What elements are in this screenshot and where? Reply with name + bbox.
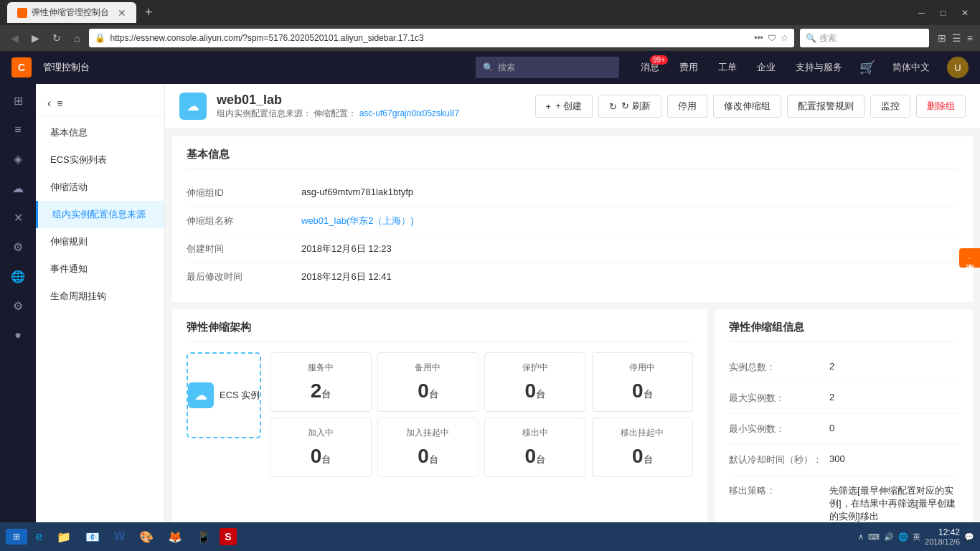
- taskbar-mail[interactable]: 📧: [80, 527, 105, 547]
- search-bar[interactable]: 🔍 搜索: [800, 29, 929, 47]
- status-count-stopped: 0台: [601, 380, 684, 402]
- sidebar-icon-cloud[interactable]: ☁: [9, 179, 27, 198]
- tab-favicon: [17, 8, 27, 18]
- stop-button[interactable]: 停用: [667, 95, 707, 118]
- nav-enterprise[interactable]: 企业: [754, 61, 778, 74]
- network-status-icon[interactable]: 🌐: [898, 532, 908, 542]
- app-logo: C: [11, 57, 32, 77]
- taskbar-ie[interactable]: e: [30, 527, 48, 546]
- taskbar-explorer[interactable]: 📁: [51, 527, 77, 547]
- consult-tab[interactable]: 咨询·建议: [959, 248, 980, 268]
- notification-icon[interactable]: 💬: [964, 532, 974, 542]
- taskbar-paint[interactable]: 🎨: [133, 527, 159, 547]
- sidebar-item-ecs-list[interactable]: ECS实例列表: [36, 146, 164, 174]
- sidebar-icon-settings[interactable]: ⚙: [10, 296, 26, 316]
- nav-ticket[interactable]: 工单: [715, 61, 740, 74]
- taskbar-start-button[interactable]: ⊞: [6, 529, 27, 545]
- nav-message[interactable]: 消息 99+: [638, 61, 662, 74]
- create-button[interactable]: + 创建: [535, 95, 593, 118]
- sidebar-icon-apps[interactable]: ⊞: [11, 91, 26, 110]
- delete-button[interactable]: 删除组: [916, 95, 966, 118]
- sidebar-icon-people[interactable]: ⚙: [10, 237, 26, 257]
- info-value-name: web01_lab(华东2（上海）): [301, 215, 958, 227]
- refresh-button[interactable]: ↻ 刷新: [598, 95, 661, 118]
- message-badge: 99+: [650, 55, 668, 65]
- header-search[interactable]: 🔍 搜索: [476, 57, 619, 78]
- tab-close-button[interactable]: ✕: [118, 7, 126, 19]
- taskbar-right: ∧ ⌨ 🔊 🌐 英 12:42 2018/12/6 💬: [858, 527, 974, 546]
- taskbar-red-app[interactable]: S: [220, 528, 237, 545]
- close-button[interactable]: ✕: [957, 6, 973, 19]
- bookmarks-icon[interactable]: ⊞: [938, 32, 946, 44]
- home-button[interactable]: ⌂: [70, 31, 83, 45]
- browser-tab[interactable]: 弹性伸缩管理控制台 ✕: [7, 2, 136, 23]
- nav-billing[interactable]: 费用: [677, 61, 701, 74]
- keyboard-icon: ⌨: [868, 532, 880, 542]
- header-search-icon: 🔍: [483, 62, 494, 72]
- new-tab-button[interactable]: +: [145, 5, 153, 20]
- more-icon[interactable]: •••: [754, 33, 763, 43]
- nav-language[interactable]: 简体中文: [890, 61, 933, 74]
- sidebar-item-instance-config[interactable]: 组内实例配置信息来源: [36, 201, 164, 228]
- sidebar-icon-globe[interactable]: 🌐: [8, 267, 28, 286]
- arrow-up-icon[interactable]: ∧: [858, 532, 864, 542]
- sidebar-icon[interactable]: ☰: [952, 32, 961, 44]
- status-card-remove-pending: 移出挂起中 0台: [592, 418, 693, 477]
- forward-button[interactable]: ▶: [28, 31, 43, 45]
- maximize-button[interactable]: □: [936, 6, 950, 19]
- monitor-button[interactable]: 监控: [870, 95, 910, 118]
- ecs-icon: ☁: [188, 382, 214, 408]
- info-value-id: asg-uf69mtvm781lak1btyfp: [301, 187, 958, 199]
- folder-icon: 📁: [57, 530, 71, 544]
- cart-icon[interactable]: 🛒: [859, 60, 875, 75]
- reload-button[interactable]: ↻: [49, 31, 65, 45]
- basic-info-section: 基本信息 伸缩组ID asg-uf69mtvm781lak1btyfp 伸缩组名…: [172, 136, 973, 302]
- info-value-created: 2018年12月6日 12:23: [301, 242, 958, 255]
- taskbar-firefox[interactable]: 🦊: [162, 527, 188, 547]
- sidebar-item-basic-info[interactable]: 基本信息: [36, 119, 164, 146]
- back-button[interactable]: ◀: [7, 31, 22, 45]
- group-name-link[interactable]: web01_lab(华东2（上海）): [301, 215, 414, 226]
- avatar[interactable]: U: [947, 57, 969, 78]
- address-bar-row: ◀ ▶ ↻ ⌂ 🔒 https://essnew.console.aliyun.…: [0, 25, 980, 51]
- info-label-created: 创建时间: [187, 242, 301, 255]
- search-icon: 🔍: [806, 33, 816, 43]
- status-count-join-pending: 0台: [387, 445, 469, 468]
- status-grid-top: 服务中 2台 备用中 0台: [270, 352, 693, 412]
- minimize-button[interactable]: ─: [914, 6, 929, 19]
- nav-support[interactable]: 支持与服务: [793, 61, 845, 74]
- sidebar-item-event-notify[interactable]: 事件通知: [36, 255, 164, 283]
- app-header: C 管理控制台 🔍 搜索 消息 99+ 费用 工单 企业 支持与服务 🛒 简体中…: [0, 51, 980, 84]
- lang-indicator[interactable]: 英: [913, 532, 920, 542]
- sidebar-icon-network[interactable]: ◈: [11, 149, 25, 169]
- taskbar-app[interactable]: 📱: [191, 527, 217, 547]
- arch-title: 弹性伸缩架构: [187, 321, 693, 342]
- status-card-serving: 服务中 2台: [270, 352, 371, 412]
- config-alert-button[interactable]: 配置报警规则: [787, 95, 864, 118]
- sidebar-item-scaling-rule[interactable]: 伸缩规则: [36, 228, 164, 255]
- info-row-created: 创建时间 2018年12月6日 12:23: [187, 235, 958, 263]
- modify-button[interactable]: 修改伸缩组: [713, 95, 781, 118]
- sidebar-icon-menu[interactable]: ≡: [11, 121, 24, 139]
- group-info-label-total: 实例总数：: [729, 361, 829, 374]
- nav-sidebar: ‹ ≡ 基本信息 ECS实例列表 伸缩活动 组内实例配置信息来源 伸缩规则 事件…: [36, 84, 165, 522]
- nav-sidebar-header: ‹ ≡: [36, 91, 164, 116]
- info-label-id: 伸缩组ID: [187, 187, 301, 199]
- star-icon[interactable]: ☆: [781, 33, 788, 43]
- taskbar-word[interactable]: W: [108, 527, 131, 546]
- status-card-standby: 备用中 0台: [377, 352, 479, 412]
- icon-sidebar: ⊞ ≡ ◈ ☁ ✕ ⚙ 🌐 ⚙ ●: [0, 84, 36, 522]
- group-info-value-min: 0: [829, 423, 958, 435]
- nav-back-button[interactable]: ‹: [47, 97, 51, 110]
- sound-icon[interactable]: 🔊: [884, 532, 894, 542]
- main-layout: ⊞ ≡ ◈ ☁ ✕ ⚙ 🌐 ⚙ ● ‹ ≡ 基本信息 ECS实例列表 伸缩活动 …: [0, 84, 980, 522]
- address-bar[interactable]: 🔒 https://essnew.console.aliyun.com/?spm…: [89, 29, 793, 47]
- sidebar-item-lifecycle-hook[interactable]: 生命周期挂钩: [36, 283, 164, 310]
- sidebar-icon-circle[interactable]: ●: [11, 326, 24, 344]
- sidebar-icon-cross[interactable]: ✕: [11, 208, 26, 227]
- nav-collapse-icon[interactable]: ≡: [57, 98, 62, 109]
- menu-icon[interactable]: ≡: [967, 32, 973, 44]
- scaling-config-link[interactable]: asc-uf67grajn0ix05zsku87: [359, 108, 459, 118]
- status-card-removing: 移出中 0台: [484, 418, 585, 477]
- sidebar-item-scaling-activity[interactable]: 伸缩活动: [36, 174, 164, 201]
